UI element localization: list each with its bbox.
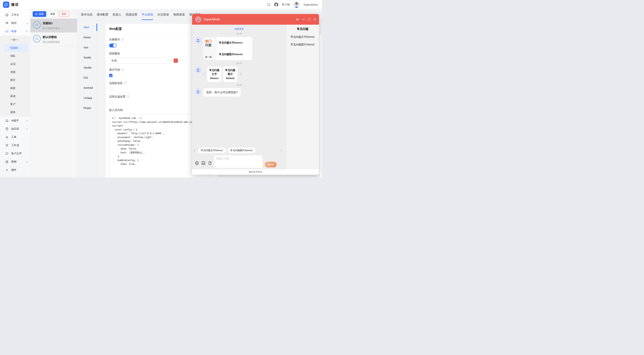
subnav-web[interactable]: Web: [77, 22, 96, 32]
quick-reply-next-icon[interactable]: [280, 149, 282, 152]
workflow-icon: [5, 144, 8, 147]
color-swatch-button[interactable]: [173, 58, 179, 64]
field-label: 启用多语言: [109, 82, 123, 85]
help-icon[interactable]: [121, 68, 124, 71]
tab-social-channel[interactable]: 社交渠道: [158, 9, 169, 20]
help-icon[interactable]: [124, 82, 127, 85]
fullscreen-icon[interactable]: [267, 3, 270, 6]
create-button[interactable]: 新建: [33, 11, 46, 17]
list-item-title: 默认技能组: [43, 35, 60, 39]
faq-panel-item[interactable]: 常见问题图片Demo2: [286, 43, 319, 46]
skill-group-list-panel: 新建 刷新 删除 技能组1 默认技能组描述 默认技能组: [30, 9, 77, 178]
list-item-default-skill-group[interactable]: 默认技能组 默认技能组描述: [30, 32, 77, 46]
delete-button[interactable]: 删除: [59, 11, 69, 17]
submenu-item-queue[interactable]: 排队: [4, 52, 28, 60]
file-icon[interactable]: [208, 161, 212, 165]
subnav-vanilla[interactable]: Vanilla: [77, 62, 96, 73]
submenu-item-message[interactable]: 消息: [4, 68, 28, 76]
tab-robot[interactable]: 机器人: [113, 9, 122, 20]
sidebar-item-workflow[interactable]: 工作流: [0, 141, 30, 150]
subnav-flutter[interactable]: Flutter: [77, 103, 96, 113]
chevron-right-icon: [248, 54, 250, 55]
message-input[interactable]: 请输入内容: [214, 156, 262, 168]
sidebar-item-knowledge-base[interactable]: 知识库: [0, 125, 30, 133]
sidebar-item-marketing[interactable]: 营销: [0, 158, 30, 166]
carousel-prev-icon[interactable]: [203, 73, 206, 76]
help-icon[interactable]: [126, 95, 129, 98]
faq-card-line: 文字: [212, 72, 217, 76]
subnav-react[interactable]: React: [77, 32, 96, 42]
subnav-vue[interactable]: Vue: [77, 42, 96, 52]
hot-question-item[interactable]: 常见问题文字Demo1: [217, 37, 252, 48]
send-button[interactable]: Send: [265, 162, 276, 168]
multilang-checkbox[interactable]: [109, 87, 112, 90]
chat-header[interactable]: SuperAdmin ✕: [192, 14, 319, 25]
field-label: 按钮颜色: [109, 52, 120, 55]
sidebar-item-plugins[interactable]: 插件: [0, 166, 30, 174]
user-avatar[interactable]: [294, 2, 300, 8]
chevron-up-icon: [26, 31, 28, 33]
submenu-item-conversation[interactable]: 会话: [4, 60, 28, 68]
maximize-icon[interactable]: [308, 18, 310, 21]
load-more-link[interactable]: 加载更多: [195, 27, 284, 31]
bot-message-welcome: 您好，有什么可以帮您的?: [195, 88, 284, 96]
tab-basic-info[interactable]: 基本信息: [81, 9, 92, 20]
create-button-label: 新建: [39, 12, 44, 16]
submenu-item-tag[interactable]: 标签: [4, 84, 28, 92]
sidebar-item-organization[interactable]: 组织: [0, 19, 30, 27]
sidebar-item-workbench[interactable]: 工作台: [0, 11, 30, 19]
emoji-icon[interactable]: [195, 161, 199, 165]
submenu-item-report[interactable]: 报表: [4, 108, 28, 116]
sidebar-item-ai-assistant[interactable]: AI助手: [0, 116, 30, 125]
chat-title: SuperAdmin: [204, 18, 220, 21]
hot-question-item[interactable]: 常见问题图片Demo2: [217, 48, 252, 60]
button-color-select[interactable]: 红色: [109, 58, 170, 64]
minimize-icon[interactable]: [302, 19, 305, 20]
subnav-uniapp[interactable]: Uniapp: [77, 93, 96, 103]
submenu-label: 排队: [10, 54, 16, 58]
submenu-item-customer[interactable]: 客户: [4, 100, 28, 108]
client-link[interactable]: 客户端: [282, 3, 290, 6]
tab-reception-config[interactable]: 接待配置: [97, 9, 108, 20]
sidebar-item-ticket[interactable]: 工单: [0, 133, 30, 141]
subnav-ios[interactable]: iOS: [77, 73, 96, 83]
tab-advanced-settings[interactable]: 高级设置: [126, 9, 137, 20]
github-icon[interactable]: [274, 3, 278, 6]
refresh-questions-link[interactable]: 换一换: [205, 56, 215, 59]
image-icon[interactable]: [201, 161, 206, 165]
app-logo[interactable]: [3, 2, 9, 8]
theme-checkbox[interactable]: [109, 101, 112, 104]
edit-icon: [5, 160, 8, 164]
submenu-item-leave-message[interactable]: 留言: [4, 76, 28, 84]
help-icon[interactable]: [121, 38, 124, 41]
tab-ecommerce-channel[interactable]: 电商渠道: [174, 9, 185, 20]
tab-platform-channel[interactable]: 平台渠道: [142, 9, 153, 20]
subnav-android[interactable]: Android: [77, 83, 96, 93]
sidebar-item-voice-of-customer[interactable]: 客户之声: [0, 150, 30, 158]
timestamp: 16:20: [195, 32, 284, 35]
quick-reply-pill[interactable]: 常见问题图片Demo2: [228, 148, 255, 153]
submenu-item-channel[interactable]: 渠道: [4, 92, 28, 100]
submenu-item-skill-group[interactable]: 技能组: [4, 44, 28, 52]
close-icon[interactable]: ✕: [314, 18, 316, 21]
list-item-skill-group-1[interactable]: 技能组1 默认技能组描述: [30, 19, 77, 32]
faq-card-line: 图片: [228, 72, 233, 76]
sidebar-item-customer-service[interactable]: 客服: [0, 27, 30, 36]
mute-icon[interactable]: [296, 18, 299, 21]
quick-reply-prev-icon[interactable]: [194, 149, 196, 152]
carousel-next-icon[interactable]: [239, 73, 242, 76]
faq-panel-item[interactable]: 常见问题文字Demo1: [286, 35, 319, 39]
submenu-item-one-to-one[interactable]: 一对一: [4, 36, 28, 44]
faq-card-text-demo1[interactable]: 常见问题 文字 Demo1: [207, 66, 222, 82]
show-bubble-checkbox[interactable]: [109, 74, 112, 77]
right-display-toggle[interactable]: [109, 44, 116, 48]
sidebar-item-label: 组织: [11, 22, 16, 25]
faq-card-image-demo2[interactable]: 常见问题 图片 Demo2: [223, 66, 237, 82]
chat-demo-window: SuperAdmin ✕ 加载更多 16:20: [192, 14, 319, 175]
refresh-button[interactable]: 刷新: [48, 11, 58, 17]
subnav-svelte[interactable]: Svelte: [77, 52, 96, 62]
powered-by-label[interactable]: 微语技术支持: [249, 170, 262, 174]
hot-questions-card: 热门 问题 换一换 常见问题文字Demo1 常见问题图片Demo2: [203, 37, 252, 60]
quick-reply-pill[interactable]: 常见问题文字Demo1: [198, 148, 226, 153]
dashboard-icon: [5, 13, 8, 17]
